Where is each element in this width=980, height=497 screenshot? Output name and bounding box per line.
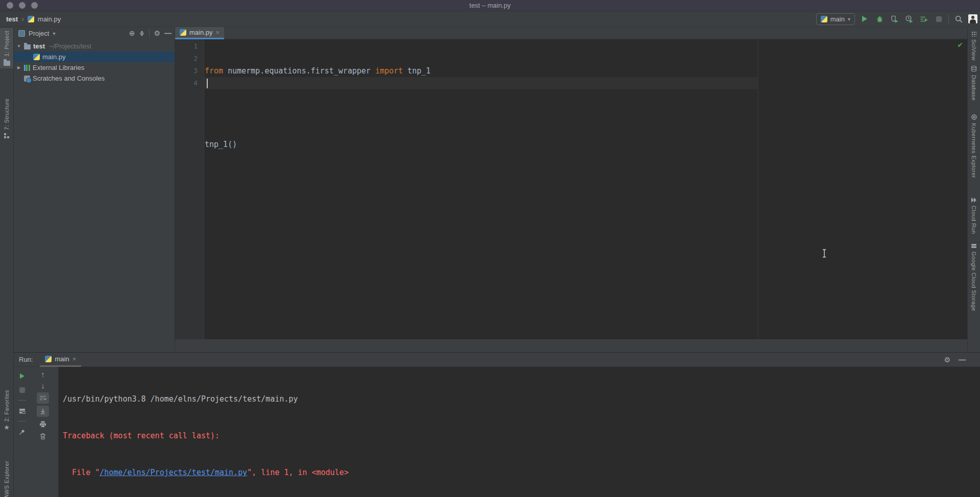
- tree-row-test[interactable]: ▼ test ~/Projects/test: [14, 41, 175, 52]
- tab-label: main.py: [189, 29, 213, 36]
- python-icon: [821, 16, 827, 22]
- rerun-button[interactable]: [17, 371, 27, 381]
- sidebar-item-project[interactable]: 1: Project: [0, 28, 13, 68]
- run-controls-column: [14, 367, 30, 497]
- tree-row-main-py[interactable]: main.py: [14, 52, 175, 62]
- collapse-all-icon[interactable]: [139, 30, 145, 37]
- editor-tab-bar: main.py ×: [175, 27, 967, 39]
- sidebar-item-google-cloud-storage[interactable]: Google Cloud Storage: [968, 240, 980, 314]
- tree-label: Scratches and Consoles: [33, 74, 105, 82]
- tree-label: External Libraries: [33, 64, 84, 71]
- code-line-3: tnp_1(): [205, 138, 967, 151]
- run-toolbar: main ▾: [816, 13, 980, 25]
- chevron-right-icon: ›: [21, 15, 24, 23]
- run-with-coverage-button[interactable]: [889, 14, 899, 24]
- structure-icon: [4, 133, 10, 139]
- stop-button[interactable]: [934, 14, 944, 24]
- stack-trace-link[interactable]: /home/elns/Projects/test/main.py: [100, 468, 247, 477]
- close-icon[interactable]: ×: [216, 29, 220, 36]
- search-everywhere-icon[interactable]: [953, 14, 964, 24]
- libraries-icon: [24, 65, 30, 71]
- aws-explorer-stripe-label: AWS Explorer: [4, 461, 10, 497]
- hide-panel-icon[interactable]: —: [164, 29, 172, 37]
- chevron-down-icon[interactable]: ▾: [53, 31, 55, 36]
- right-tool-window-stripe: SciView Database Kubernetes Explorer Clo…: [967, 27, 980, 352]
- scroll-to-end-toggle[interactable]: [37, 406, 49, 417]
- sidebar-item-sciview[interactable]: SciView: [968, 28, 980, 63]
- profiler-button[interactable]: [904, 14, 914, 24]
- kubernetes-icon: [971, 114, 977, 120]
- tree-path: ~/Projects/test: [49, 42, 91, 50]
- project-tool-window: Project ▾ ⊕ ⚙ — ▼ test ~/Projects/test m…: [14, 27, 175, 352]
- gcs-stripe-label: Google Cloud Storage: [971, 252, 977, 311]
- breadcrumb-project[interactable]: test: [6, 15, 18, 23]
- restore-layout-button[interactable]: [17, 406, 27, 416]
- pin-tab-button[interactable]: [17, 427, 27, 437]
- code-line-4: [205, 175, 967, 187]
- gear-icon[interactable]: ⚙: [944, 356, 950, 363]
- run-button[interactable]: [860, 14, 870, 24]
- navigation-bar: test › main.py main ▾: [0, 11, 980, 27]
- chevron-down-icon: ▾: [848, 16, 850, 22]
- left-tool-window-stripe: 1: Project 7: Structure 2: Favorites ★ A…: [0, 27, 14, 497]
- debug-button[interactable]: [874, 14, 885, 24]
- python-file-icon: [28, 16, 34, 22]
- user-avatar[interactable]: [968, 14, 977, 23]
- close-icon[interactable]: ×: [72, 355, 77, 363]
- project-panel-title[interactable]: Project: [29, 30, 49, 37]
- editor-body[interactable]: 1 2 3 4 from numermp.equations.first_wra…: [175, 39, 967, 339]
- print-button[interactable]: [38, 419, 48, 429]
- star-icon: ★: [4, 424, 10, 431]
- code-line-1: from numermp.equations.first_wrapper imp…: [205, 65, 967, 77]
- sidebar-item-database[interactable]: Database: [968, 63, 980, 103]
- window-title: test – main.py: [0, 2, 980, 9]
- tab-main-py[interactable]: main.py ×: [175, 27, 224, 39]
- stop-button[interactable]: [17, 385, 27, 395]
- clear-console-button[interactable]: [38, 431, 48, 441]
- gear-icon[interactable]: ⚙: [154, 30, 160, 37]
- run-configuration-select[interactable]: main ▾: [816, 13, 855, 25]
- toolbar-separator: [18, 421, 26, 421]
- soft-wrap-toggle[interactable]: [37, 392, 49, 404]
- sidebar-item-favorites[interactable]: 2: Favorites ★: [0, 387, 13, 433]
- run-tab-label: main: [55, 355, 69, 363]
- cloud-run-icon: [971, 197, 977, 203]
- chevron-collapsed-icon[interactable]: ▶: [16, 65, 21, 70]
- chevron-expanded-icon[interactable]: ▼: [16, 44, 21, 48]
- sidebar-item-structure[interactable]: 7: Structure: [0, 96, 13, 141]
- tree-row-scratches[interactable]: Scratches and Consoles: [14, 73, 175, 84]
- code-content[interactable]: from numermp.equations.first_wrapper imp…: [205, 40, 967, 212]
- code-line-2: [205, 102, 967, 114]
- line-number: 2: [175, 53, 198, 65]
- python-file-icon: [33, 54, 40, 60]
- concurrency-diagram-button[interactable]: [919, 14, 929, 24]
- run-tool-window: Run: main × ⚙ —: [14, 352, 980, 497]
- next-trace-button[interactable]: ↓: [41, 381, 45, 390]
- text-caret: [207, 79, 208, 88]
- ibeam-mouse-cursor: [822, 249, 827, 258]
- select-opened-file-icon[interactable]: ⊕: [129, 30, 135, 37]
- tree-label: main.py: [42, 53, 66, 61]
- tree-row-external-libraries[interactable]: ▶ External Libraries: [14, 62, 175, 73]
- toolbar-separator: [18, 400, 26, 401]
- run-panel-header: Run: main × ⚙ —: [14, 353, 980, 367]
- sidebar-item-aws-explorer[interactable]: AWS Explorer: [0, 458, 13, 497]
- inspections-ok-check-icon[interactable]: ✔: [957, 41, 963, 48]
- console-line: /usr/bin/python3.8 /home/elns/Projects/t…: [63, 393, 980, 405]
- python-icon: [45, 356, 52, 362]
- run-tab-main[interactable]: main ×: [40, 353, 81, 367]
- console-line: File "/home/elns/Projects/test/main.py",…: [63, 466, 980, 479]
- sidebar-item-cloud-run[interactable]: Cloud Run: [968, 194, 980, 237]
- prev-trace-button[interactable]: ↑: [41, 370, 45, 379]
- sidebar-item-kubernetes-explorer[interactable]: Kubernetes Explorer: [968, 111, 980, 181]
- hide-panel-icon[interactable]: —: [959, 356, 966, 364]
- database-icon: [971, 65, 977, 72]
- run-panel-label: Run:: [14, 356, 40, 363]
- project-panel-header: Project ▾ ⊕ ⚙ —: [14, 27, 175, 39]
- line-number: 3: [175, 65, 198, 77]
- breadcrumb-file[interactable]: main.py: [38, 15, 61, 23]
- editor-area: main.py × 1 2 3 4 from numermp.equations…: [175, 27, 967, 352]
- console-output[interactable]: /usr/bin/python3.8 /home/elns/Projects/t…: [59, 367, 980, 497]
- folder-icon: [4, 61, 10, 66]
- python-file-icon: [180, 29, 186, 36]
